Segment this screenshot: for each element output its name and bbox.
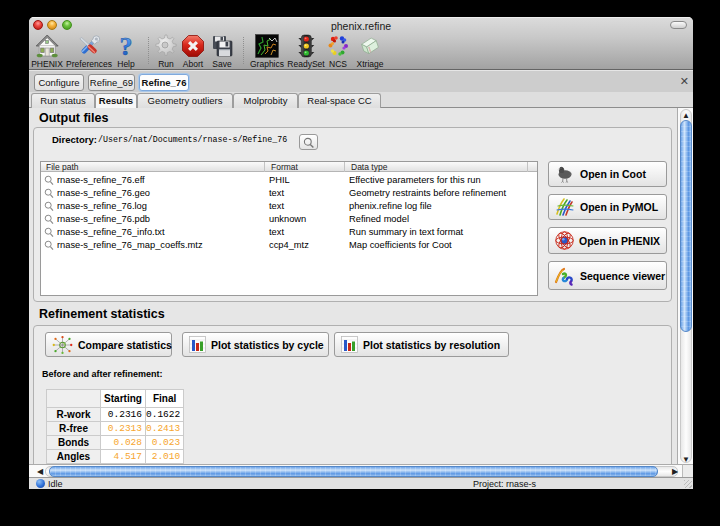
svg-text:?: ? <box>120 34 133 58</box>
